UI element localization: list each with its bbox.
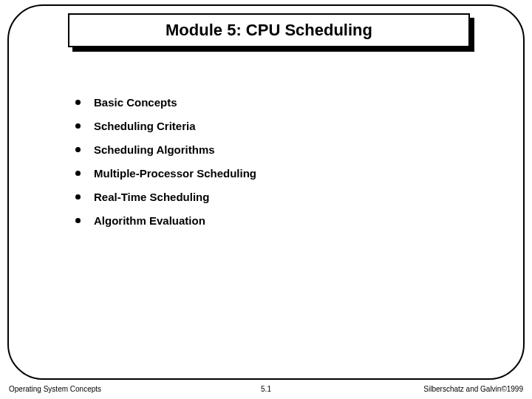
footer-copyright: Silberschatz and Galvin©1999 (423, 385, 523, 393)
footer-left: Operating System Concepts (9, 385, 101, 393)
list-item: Basic Concepts (75, 96, 256, 109)
bullet-label: Basic Concepts (94, 96, 177, 109)
bullet-label: Real-Time Scheduling (94, 191, 209, 203)
bullet-icon (75, 218, 81, 223)
bullet-label: Scheduling Criteria (94, 120, 196, 132)
bullet-list: Basic Concepts Scheduling Criteria Sched… (75, 96, 256, 238)
bullet-icon (75, 123, 81, 129)
bullet-icon (75, 100, 81, 105)
title-box: Module 5: CPU Scheduling (68, 13, 470, 47)
list-item: Multiple-Processor Scheduling (75, 167, 256, 180)
bullet-label: Algorithm Evaluation (94, 214, 205, 227)
list-item: Scheduling Criteria (75, 120, 256, 132)
bullet-icon (75, 194, 81, 200)
footer-page-number: 5.1 (261, 385, 271, 393)
list-item: Real-Time Scheduling (75, 191, 256, 203)
bullet-label: Scheduling Algorithms (94, 143, 215, 156)
bullet-icon (75, 147, 81, 152)
slide-title: Module 5: CPU Scheduling (166, 21, 372, 40)
bullet-icon (75, 171, 81, 176)
list-item: Scheduling Algorithms (75, 143, 256, 156)
bullet-label: Multiple-Processor Scheduling (94, 167, 256, 180)
list-item: Algorithm Evaluation (75, 214, 256, 227)
